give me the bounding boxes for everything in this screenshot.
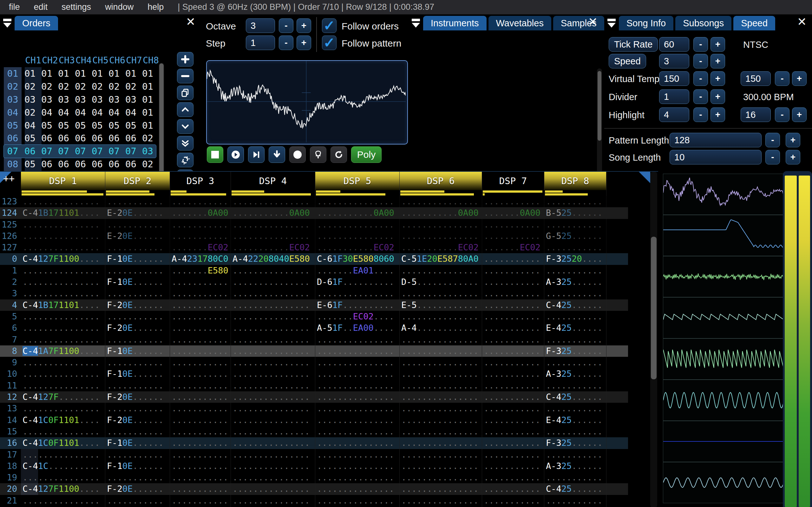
order-cell[interactable]: 02 [21, 81, 38, 92]
channel-header[interactable]: DSP 4 [231, 172, 315, 190]
order-row-number[interactable]: 04 [4, 107, 21, 118]
pattern-cell[interactable]: ............... [231, 322, 315, 334]
order-row-number[interactable]: 02 [4, 81, 21, 92]
pattern-cell[interactable]: ............... [400, 403, 482, 414]
pattern-cell[interactable]: ........... [170, 414, 231, 426]
pattern-cell[interactable]: ............... [231, 196, 315, 207]
channel-header[interactable]: DSP 5 [315, 172, 400, 190]
pattern-cell[interactable]: ............... [315, 495, 400, 506]
pattern-cell[interactable]: ........... [170, 322, 231, 334]
pattern-cell[interactable]: ........... [170, 276, 231, 288]
order-cell[interactable]: 02 [139, 133, 156, 144]
pattern-cell[interactable]: ........... [170, 380, 231, 391]
pattern-cell[interactable]: C-425...... [544, 391, 606, 403]
pattern-cell[interactable]: ........... [544, 380, 606, 391]
pattern-cell[interactable]: ............... [231, 460, 315, 472]
pattern-cell[interactable]: ............... [21, 230, 105, 242]
pattern-cell[interactable]: F-32520.... [544, 253, 606, 265]
pattern-cell[interactable]: ........... [482, 449, 544, 460]
pattern-cell[interactable]: D-61F.......... [315, 276, 400, 288]
pattern-cell[interactable]: ........... [482, 483, 544, 495]
pattern-cell[interactable]: ...........0A00 [315, 207, 400, 219]
order-cell[interactable]: 07 [89, 146, 106, 157]
order-cell[interactable]: 02 [106, 81, 122, 92]
pattern-cell[interactable]: ............... [315, 472, 400, 483]
order-cell[interactable]: 05 [38, 120, 55, 131]
pattern-cell[interactable]: A-325...... [544, 276, 606, 288]
pattern-cell[interactable]: F-10E...... [105, 253, 170, 265]
order-cell[interactable]: 01 [139, 107, 156, 118]
pattern-cell[interactable]: C-425...... [544, 483, 606, 495]
order-cell[interactable]: 01 [38, 68, 55, 79]
pattern-cell[interactable]: ........... [105, 242, 170, 253]
divider-minus-button[interactable]: - [693, 89, 708, 104]
pattern-cell[interactable]: ............... [21, 368, 105, 380]
pattern-cell[interactable]: ............... [315, 357, 400, 368]
pattern-cell[interactable]: ........... [170, 426, 231, 437]
order-row-number[interactable]: 08 [4, 159, 21, 170]
pattern-cell[interactable]: ............... [400, 472, 482, 483]
order-row-number[interactable]: 06 [4, 133, 21, 144]
pattern-cell[interactable]: F-20E...... [105, 322, 170, 334]
pattern-cell[interactable]: ...........EC02 [400, 242, 482, 253]
pattern-cell[interactable]: ........... [482, 437, 544, 449]
order-cell[interactable]: 02 [72, 81, 89, 92]
pattern-cell[interactable]: ............... [21, 403, 105, 414]
order-cell[interactable]: 06 [89, 133, 106, 144]
order-row[interactable]: 070607070707070703 [4, 145, 156, 158]
menu-edit[interactable]: edit [34, 2, 48, 12]
order-cell[interactable]: 01 [72, 68, 89, 79]
pattern-cell[interactable]: ............... [231, 357, 315, 368]
collapse-icon[interactable] [604, 16, 619, 31]
pattern-cell[interactable]: ............... [231, 426, 315, 437]
pattern-cell[interactable]: ............... [315, 334, 400, 345]
pattern-cell[interactable]: ........... [170, 495, 231, 506]
pattern-cell[interactable]: ............... [315, 345, 400, 357]
order-cell[interactable]: 07 [72, 146, 89, 157]
collapse-icon[interactable] [0, 16, 14, 31]
pattern-cell[interactable]: F-325...... [544, 437, 606, 449]
pattern-cell[interactable]: ........... [105, 472, 170, 483]
song-length-input[interactable]: 10 [670, 150, 762, 164]
pattern-cell[interactable]: ............... [400, 368, 482, 380]
virtual-tempo-num-input[interactable]: 150 [659, 71, 689, 86]
pattern-cell[interactable]: ........... [482, 276, 544, 288]
tab-orders[interactable]: Orders [14, 16, 58, 31]
pattern-cell[interactable]: ........... [482, 380, 544, 391]
order-row[interactable]: 020202020202020201 [4, 80, 156, 93]
order-row-number[interactable]: 03 [4, 94, 21, 105]
pattern-cell[interactable]: ........... [482, 426, 544, 437]
pattern-cell[interactable]: ............... [400, 449, 482, 460]
order-cell[interactable]: 01 [139, 120, 156, 131]
virtual-tempo-den-input[interactable]: 150 [741, 71, 771, 86]
pattern-cell[interactable]: .......EA01.... [315, 265, 400, 276]
orders-duplicate-button[interactable] [177, 86, 194, 100]
pattern-cell[interactable]: ........... [482, 334, 544, 345]
pattern-length-input[interactable]: 128 [670, 133, 762, 147]
pattern-cell[interactable]: ........... [482, 368, 544, 380]
pattern-cell[interactable]: ........... [105, 219, 170, 230]
pattern-cell[interactable]: ............... [400, 426, 482, 437]
pattern-cell[interactable]: C-4127F........ [21, 391, 105, 403]
stop-button[interactable] [207, 147, 223, 163]
virtual-tempo-num-plus[interactable]: + [711, 71, 725, 86]
pattern-cell[interactable]: ............... [400, 219, 482, 230]
pattern-cell[interactable]: ........... [482, 288, 544, 299]
pattern-cell[interactable]: ............... [315, 483, 400, 495]
order-cell[interactable]: 02 [89, 81, 106, 92]
pattern-cell[interactable]: ........... [544, 426, 606, 437]
pattern-cell[interactable]: ............... [21, 242, 105, 253]
order-cell[interactable]: 04 [89, 107, 106, 118]
pattern-cell[interactable]: ........... [544, 242, 606, 253]
pattern-cell[interactable]: ........... [482, 265, 544, 276]
pattern-cell[interactable]: ............... [21, 311, 105, 322]
close-icon[interactable]: ✕ [586, 15, 600, 29]
pattern-cell[interactable]: ........... [482, 460, 544, 472]
repeat-button[interactable] [331, 147, 347, 163]
pattern-cell[interactable]: ........... [105, 288, 170, 299]
pattern-cell[interactable]: ........... [170, 460, 231, 472]
pattern-cell[interactable]: .......0A00 [170, 207, 231, 219]
order-cell[interactable]: 07 [38, 146, 55, 157]
pattern-cell[interactable]: ...........0A00 [231, 207, 315, 219]
pattern-cell[interactable]: ............... [400, 380, 482, 391]
